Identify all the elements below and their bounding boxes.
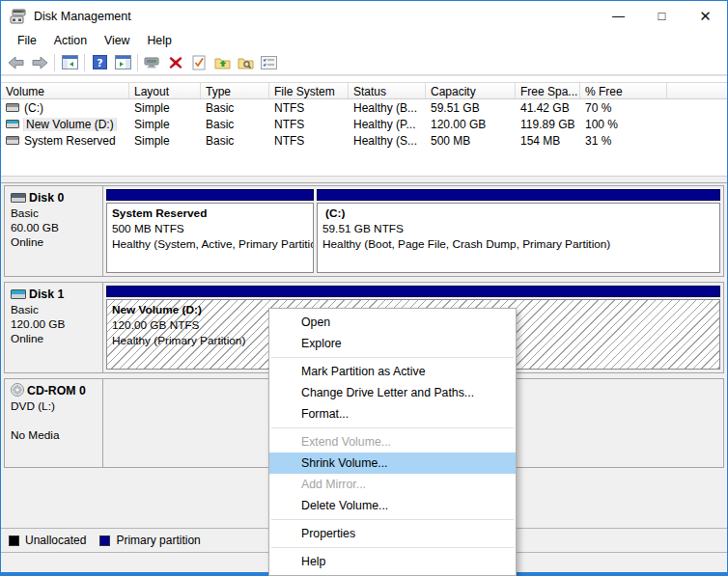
svg-text:?: ? — [97, 57, 102, 69]
window-title: Disk Management — [34, 10, 131, 23]
partition-color-bar — [317, 189, 720, 201]
volume-free: 41.42 GB — [516, 101, 580, 115]
partition-name: System Reserved — [112, 206, 313, 221]
volume-status: Healthy (S... — [349, 134, 426, 148]
volume-fs: NTFS — [269, 134, 349, 148]
show-action-pane-icon[interactable] — [111, 52, 134, 73]
volume-row-c[interactable]: (C:) Simple Basic NTFS Healthy (B... 59.… — [1, 99, 727, 116]
toolbar: ? — [1, 50, 727, 75]
column-header-pct-free[interactable]: % Free — [580, 83, 667, 98]
disk-status: Online — [11, 235, 100, 250]
menu-item-explore[interactable]: Explore — [269, 333, 516, 354]
menu-item-properties[interactable]: Properties — [269, 523, 516, 544]
menu-help[interactable]: Help — [138, 32, 180, 49]
volume-name: (C:) — [24, 101, 43, 115]
partition-system-reserved[interactable]: System Reserved 500 MB NTFS Healthy (Sys… — [106, 189, 314, 273]
explore-icon[interactable] — [234, 52, 257, 73]
column-header-status[interactable]: Status — [349, 83, 426, 98]
spacer — [11, 414, 100, 428]
delete-volume-icon[interactable] — [164, 52, 187, 73]
menu-separator — [271, 357, 514, 358]
toolbar-separator — [54, 54, 55, 71]
minimize-button[interactable]: — — [597, 1, 640, 31]
partition-color-bar — [106, 286, 720, 297]
disk-kind: DVD (L:) — [11, 399, 100, 414]
column-header-filler — [667, 83, 727, 98]
pane-splitter[interactable] — [1, 176, 727, 183]
volume-capacity: 500 MB — [426, 134, 516, 148]
volume-type: Basic — [201, 134, 269, 148]
menu-item-delete-volume[interactable]: Delete Volume... — [269, 495, 516, 516]
view-options-icon[interactable] — [257, 52, 280, 73]
menu-item-help[interactable]: Help — [269, 551, 516, 572]
menu-item-mark-partition-active[interactable]: Mark Partition as Active — [269, 361, 516, 382]
volume-name: New Volume (D:) — [24, 118, 116, 131]
legend-label: Unallocated — [25, 534, 86, 547]
volume-layout: Simple — [129, 101, 201, 115]
volume-drive-icon — [6, 103, 19, 112]
menu-item-change-drive-letter[interactable]: Change Drive Letter and Paths... — [269, 382, 516, 403]
maximize-button[interactable]: □ — [640, 1, 684, 31]
column-header-type[interactable]: Type — [201, 83, 269, 98]
volume-row-d-selected[interactable]: New Volume (D:) Simple Basic NTFS Health… — [1, 116, 727, 132]
volume-fs: NTFS — [269, 101, 349, 115]
column-header-file-system[interactable]: File System — [269, 83, 349, 98]
column-header-volume[interactable]: Volume — [1, 83, 129, 98]
disk-name: CD-ROM 0 — [27, 384, 86, 398]
volume-status: Healthy (B... — [349, 101, 426, 115]
disk-status: Online — [11, 332, 100, 346]
cdrom-icon — [11, 383, 24, 397]
disk-status: No Media — [11, 428, 100, 443]
back-icon[interactable] — [5, 52, 28, 73]
volume-capacity: 59.51 GB — [426, 101, 516, 115]
volume-pct-free: 70 % — [580, 101, 667, 115]
disk-icon — [11, 193, 26, 203]
menu-file[interactable]: File — [9, 32, 45, 49]
volume-row-system-reserved[interactable]: System Reserved Simple Basic NTFS Health… — [1, 132, 727, 149]
disk-0-label-panel[interactable]: Disk 0 Basic 60.00 GB Online — [5, 186, 103, 276]
menu-bar: File Action View Help — [1, 31, 727, 50]
disk-kind: Basic — [11, 303, 100, 317]
forward-icon[interactable] — [28, 52, 51, 73]
menu-item-format[interactable]: Format... — [269, 403, 516, 425]
disk-icon — [11, 289, 26, 299]
menu-item-open[interactable]: Open — [269, 312, 516, 333]
change-drive-letter-icon[interactable] — [210, 52, 234, 73]
menu-action[interactable]: Action — [45, 32, 96, 49]
volume-list: Volume Layout Type File System Status Ca… — [1, 75, 727, 176]
legend-primary-partition: Primary partition — [99, 534, 200, 547]
menu-item-add-mirror: Add Mirror... — [269, 474, 516, 495]
close-button[interactable]: ✕ — [684, 1, 727, 31]
partition-name: (C:) — [322, 206, 719, 221]
disk-kind: Basic — [11, 206, 100, 221]
column-header-layout[interactable]: Layout — [129, 83, 201, 98]
volume-list-header: Volume Layout Type File System Status Ca… — [1, 82, 727, 99]
disk-0-partitions: System Reserved 500 MB NTFS Healthy (Sys… — [103, 186, 723, 276]
partition-c[interactable]: (C:) 59.51 GB NTFS Healthy (Boot, Page F… — [317, 189, 720, 273]
partition-color-bar — [106, 189, 314, 201]
volume-pct-free: 100 % — [580, 118, 667, 131]
volume-free: 154 MB — [516, 134, 580, 148]
menu-view[interactable]: View — [96, 32, 138, 49]
partition-size-fs: 500 MB NTFS — [112, 221, 313, 236]
help-icon[interactable]: ? — [88, 52, 111, 73]
volume-capacity: 120.00 GB — [426, 118, 516, 131]
volume-fs: NTFS — [269, 118, 349, 131]
menu-item-extend-volume: Extend Volume... — [269, 431, 516, 453]
menu-item-shrink-volume[interactable]: Shrink Volume... — [269, 453, 516, 474]
cdrom-0-label-panel[interactable]: CD-ROM 0 DVD (L:) No Media — [5, 379, 103, 467]
toolbar-separator — [84, 54, 85, 71]
mark-partition-active-icon[interactable] — [187, 52, 210, 73]
volume-pct-free: 31 % — [580, 134, 667, 148]
disk-1-label-panel[interactable]: Disk 1 Basic 120.00 GB Online — [5, 283, 103, 372]
show-console-tree-icon[interactable] — [58, 52, 81, 73]
device-properties-icon[interactable] — [141, 52, 164, 73]
partition-status: Healthy (Boot, Page File, Crash Dump, Pr… — [322, 236, 719, 252]
volume-type: Basic — [201, 118, 269, 131]
column-header-capacity[interactable]: Capacity — [426, 83, 516, 98]
partition-status: Healthy (System, Active, Primary Partiti… — [112, 236, 313, 252]
volume-name: System Reserved — [24, 134, 116, 148]
disk-name: Disk 0 — [29, 191, 64, 205]
primary-partition-swatch — [99, 535, 110, 546]
column-header-free-space[interactable]: Free Spa... — [516, 83, 580, 98]
